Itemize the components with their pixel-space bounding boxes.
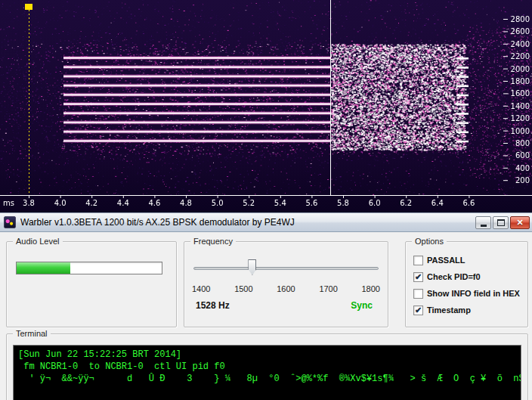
- main-panel: Audio Level Frequency 1400 1500 1600 170…: [0, 232, 532, 400]
- close-icon: ✕: [516, 217, 523, 228]
- minimize-button[interactable]: [475, 216, 491, 229]
- checkbox-box[interactable]: ✔: [413, 305, 423, 315]
- checkbox-check-pid[interactable]: ✔ Check PID=f0: [413, 271, 481, 283]
- terminal-line: ' ÿ¬ &&~ÿÿ¬ d Û Ð 3 } ¼ 8µ °0 ˆ>@%*%f ®¾…: [18, 373, 516, 385]
- warbler-app-window: Warbler v1.0.3BETA 1200 bit/s AX.25 BPSK…: [0, 0, 532, 400]
- checkbox-label: Check PID=f0: [427, 272, 481, 281]
- options-title: Options: [412, 236, 447, 247]
- checkbox-show-info-hex[interactable]: Show INFO field in HEX: [413, 287, 520, 299]
- checkbox-box[interactable]: ✔: [413, 272, 423, 282]
- audio-level-group: Audio Level: [6, 241, 177, 327]
- frequency-tick-label: 1700: [319, 284, 337, 293]
- frequency-tick-label: 1400: [192, 284, 210, 293]
- app-icon: [4, 216, 16, 228]
- maximize-button[interactable]: [493, 216, 509, 229]
- checkbox-box[interactable]: [413, 256, 423, 265]
- frequency-value: 1528 Hz: [196, 300, 230, 311]
- frequency-scale: 1400 1500 1600 1700 1800: [192, 284, 380, 293]
- frequency-group: Frequency 1400 1500 1600 1700 1800 1528 …: [184, 241, 388, 327]
- frequency-tick-label: 1500: [234, 284, 252, 293]
- audio-level-title: Audio Level: [13, 236, 63, 247]
- checkbox-label: Timestamp: [427, 305, 471, 315]
- terminal-title: Terminal: [13, 328, 51, 339]
- frequency-tick-label: 1800: [362, 284, 380, 293]
- frequency-slider[interactable]: [193, 259, 379, 278]
- terminal-line: fm NCBR1-0 to NCBR1-0 ctl UI pid f0: [18, 361, 516, 373]
- terminal-line: [Sun Jun 22 15:22:25 BRT 2014]: [18, 349, 516, 361]
- checkbox-timestamp[interactable]: ✔ Timestamp: [413, 304, 471, 316]
- minimize-icon: [481, 225, 487, 227]
- frequency-slider-track[interactable]: [193, 267, 379, 270]
- window-controls: ✕: [475, 216, 530, 229]
- terminal-group: Terminal [Sun Jun 22 15:22:25 BRT 2014] …: [6, 333, 528, 400]
- frequency-tick-label: 1600: [277, 284, 295, 293]
- maximize-icon: [497, 219, 505, 226]
- checkbox-label: Show INFO field in HEX: [427, 289, 520, 298]
- checkbox-box[interactable]: [413, 289, 423, 299]
- sync-status: Sync: [351, 300, 373, 311]
- close-button[interactable]: ✕: [510, 216, 530, 229]
- audio-level-fill: [17, 262, 70, 274]
- checkbox-passall[interactable]: PASSALL: [413, 254, 466, 266]
- frequency-slider-thumb[interactable]: [248, 259, 256, 275]
- window-title: Warbler v1.0.3BETA 1200 bit/s AX.25 BPSK…: [20, 217, 475, 228]
- window-titlebar[interactable]: Warbler v1.0.3BETA 1200 bit/s AX.25 BPSK…: [0, 212, 532, 232]
- audio-level-meter: [16, 262, 162, 274]
- checkbox-label: PASSALL: [427, 256, 466, 265]
- options-group: Options PASSALL ✔ Check PID=f0 Show INFO…: [405, 241, 528, 327]
- terminal-output[interactable]: [Sun Jun 22 15:22:25 BRT 2014] fm NCBR1-…: [13, 345, 521, 400]
- spectrogram-waterfall[interactable]: [0, 0, 532, 212]
- frequency-title: Frequency: [190, 236, 236, 247]
